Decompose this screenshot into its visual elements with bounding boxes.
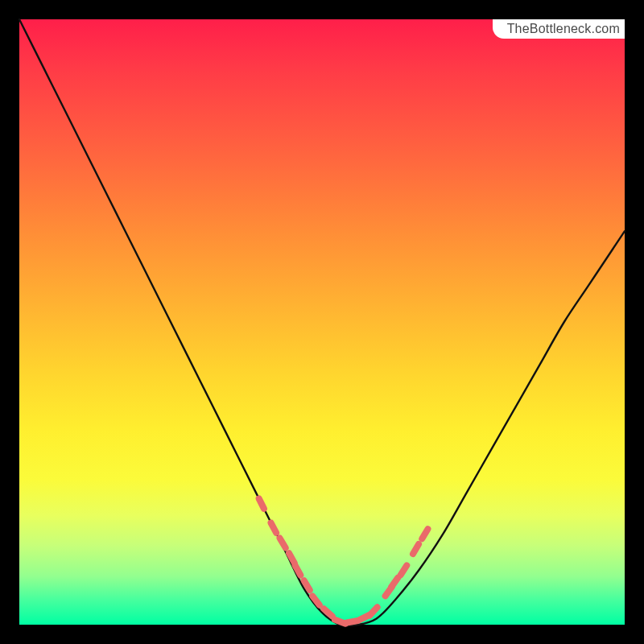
highlight-dots [259,498,428,623]
highlight-dot [259,498,264,509]
highlight-dot [280,538,286,547]
highlight-dot [369,607,378,615]
watermark: TheBottleneck.com [493,19,625,39]
highlight-dot [422,529,427,539]
watermark-text: TheBottleneck.com [507,22,620,35]
chart-frame: TheBottleneck.com [19,19,625,625]
highlight-dot [271,523,277,533]
highlight-dot [391,578,398,587]
highlight-dot [401,565,407,575]
chart-svg [19,19,625,625]
highlight-dot [347,621,358,622]
highlight-dot [413,544,419,554]
bottleneck-curve [19,19,625,625]
